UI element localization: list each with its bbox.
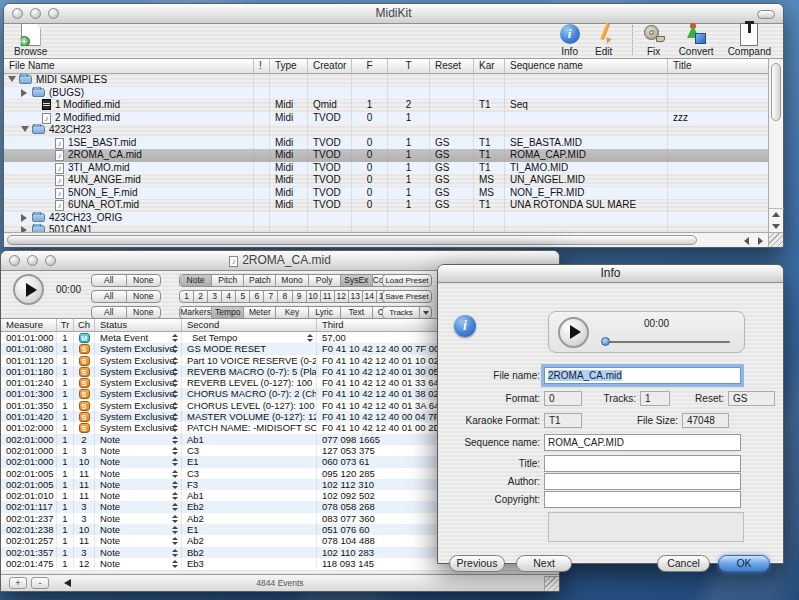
status-stepper-icon[interactable] [171, 492, 178, 500]
meta-filter-meter[interactable]: Meter [244, 307, 276, 318]
scroll-right-arrow-icon[interactable] [758, 237, 763, 245]
channel-8[interactable]: 8 [278, 291, 292, 302]
meta-filter-tempo[interactable]: Tempo [212, 307, 244, 318]
filter-poly[interactable]: Poly [309, 275, 341, 286]
horizontal-scrollbar-thumb[interactable] [7, 235, 697, 245]
status-stepper-icon[interactable] [171, 402, 178, 410]
column-header-ch[interactable]: Ch [74, 319, 95, 331]
toolbar-toggle-pill[interactable] [757, 10, 775, 19]
all-button[interactable]: All [92, 291, 127, 302]
channel-2[interactable]: 2 [194, 291, 208, 302]
browse-button[interactable]: + Browse [14, 23, 47, 57]
status-stepper-icon[interactable] [171, 345, 178, 353]
file-row[interactable]: MIDI SAMPLES [4, 74, 783, 87]
all-button[interactable]: All [92, 275, 127, 286]
copyright-field[interactable] [544, 491, 741, 508]
status-stepper-icon[interactable] [171, 503, 178, 511]
file-row[interactable]: ♪3TI_AMO.midMidiTVOD01GST1TI_AMO.MID [4, 162, 783, 175]
column-header-title[interactable]: Title [668, 59, 755, 73]
status-stepper-icon[interactable] [171, 357, 178, 365]
zoom-button[interactable] [45, 255, 56, 266]
vertical-scrollbar-thumb[interactable] [771, 63, 781, 121]
scroll-up-arrow-icon[interactable] [772, 212, 780, 217]
column-header-measure[interactable]: Measure [1, 319, 57, 331]
resize-grip[interactable] [544, 576, 559, 591]
status-stepper-icon[interactable] [171, 515, 178, 523]
status-stepper-icon[interactable] [171, 526, 178, 534]
seek-slider-knob[interactable] [601, 337, 610, 346]
status-stepper-icon[interactable] [171, 390, 178, 398]
filter-pitch[interactable]: Pitch [212, 275, 244, 286]
status-stepper-icon[interactable] [171, 481, 178, 489]
column-header-creator[interactable]: Creator [308, 59, 352, 73]
column-header-tr[interactable]: Tr [57, 319, 74, 331]
column-header-t[interactable]: T [388, 59, 430, 73]
author-field[interactable] [544, 473, 741, 490]
channel-14[interactable]: 14 [363, 291, 377, 302]
column-header-reset[interactable]: Reset [430, 59, 474, 73]
status-stepper-icon[interactable] [171, 458, 178, 466]
info-button[interactable]: i Info [560, 24, 580, 57]
status-stepper-icon[interactable] [171, 537, 178, 545]
file-row[interactable]: ♪2 Modified.midMidiTVOD01zzz [4, 112, 783, 125]
play-button[interactable] [13, 274, 44, 305]
filter-note[interactable]: Note [180, 275, 212, 286]
status-stepper-icon[interactable] [171, 334, 178, 342]
channel-9[interactable]: 9 [293, 291, 307, 302]
cancel-button[interactable]: Cancel [657, 555, 710, 572]
column-header-file-name[interactable]: File Name [4, 59, 254, 73]
convert-button[interactable]: Convert [679, 24, 714, 57]
channel-10[interactable]: 10 [307, 291, 321, 302]
info-titlebar[interactable]: Info [438, 265, 783, 283]
status-stepper-icon[interactable] [171, 368, 178, 376]
none-button[interactable]: None [127, 307, 161, 318]
status-stepper-icon[interactable] [171, 470, 178, 478]
minimize-button[interactable] [30, 8, 41, 19]
file-row[interactable]: ♪2ROMA_CA.midMidiTVOD01GST1ROMA_CAP.MID [4, 149, 783, 162]
horizontal-scrollbar-arrows[interactable] [738, 233, 768, 248]
disclosure-triangle[interactable] [21, 212, 32, 225]
file-row[interactable]: ♪1SE_BAST.midMidiTVOD01GST1SE_BASTA.MID [4, 137, 783, 150]
channel-4[interactable]: 4 [222, 291, 236, 302]
meta-filter-markers[interactable]: Markers [180, 307, 212, 318]
channel-13[interactable]: 13 [349, 291, 363, 302]
load-preset-button[interactable]: Load Preset [382, 274, 432, 287]
file-row[interactable]: (BUGS) [4, 87, 783, 100]
column-header-f[interactable]: F [352, 59, 388, 73]
channel-11[interactable]: 11 [321, 291, 335, 302]
none-button[interactable]: None [127, 275, 161, 286]
column-header-exclamation[interactable]: ! [254, 59, 270, 73]
fix-button[interactable]: Fix [643, 24, 665, 57]
file-row[interactable]: ♪4UN_ANGE.midMidiTVOD01GSMSUN_ANGEL.MID [4, 174, 783, 187]
disclosure-triangle[interactable] [21, 124, 32, 137]
channel-5[interactable]: 5 [236, 291, 250, 302]
play-button[interactable] [558, 317, 589, 348]
vertical-scrollbar[interactable] [768, 59, 783, 232]
chevron-down-icon[interactable] [419, 307, 431, 318]
status-stepper-icon[interactable] [171, 447, 178, 455]
close-button[interactable] [12, 8, 23, 19]
sequence-name-field[interactable]: ROMA_CAP.MID [544, 434, 741, 451]
vertical-scrollbar-arrows[interactable] [769, 208, 784, 232]
previous-button[interactable]: Previous [449, 555, 505, 572]
column-header-kar[interactable]: Kar [474, 59, 505, 73]
none-button[interactable]: None [127, 291, 161, 302]
next-button[interactable]: Next [516, 555, 572, 572]
channel-3[interactable]: 3 [208, 291, 222, 302]
save-preset-button[interactable]: Save Preset [382, 290, 432, 303]
title-field[interactable] [544, 455, 741, 472]
filter-mono[interactable]: Mono [276, 275, 308, 286]
status-stepper-icon[interactable] [171, 436, 178, 444]
channel-7[interactable]: 7 [264, 291, 278, 302]
disclosure-triangle[interactable] [21, 87, 32, 100]
file-row[interactable]: ♪5NON_E_F.midMidiTVOD01GSMSNON_E_FR.MID [4, 187, 783, 200]
column-header-type[interactable]: Type [270, 59, 308, 73]
resize-grip[interactable] [768, 232, 783, 247]
column-header-status[interactable]: Status [95, 319, 182, 331]
filter-sysex[interactable]: SysEx [341, 275, 373, 286]
column-header-sequence-name[interactable]: Sequence name [505, 59, 668, 73]
midikit-titlebar[interactable]: MidiKit [4, 4, 783, 24]
column-header-second[interactable]: Second [182, 319, 317, 331]
compand-button[interactable]: Compand [728, 23, 771, 57]
status-stepper-icon[interactable] [171, 413, 178, 421]
